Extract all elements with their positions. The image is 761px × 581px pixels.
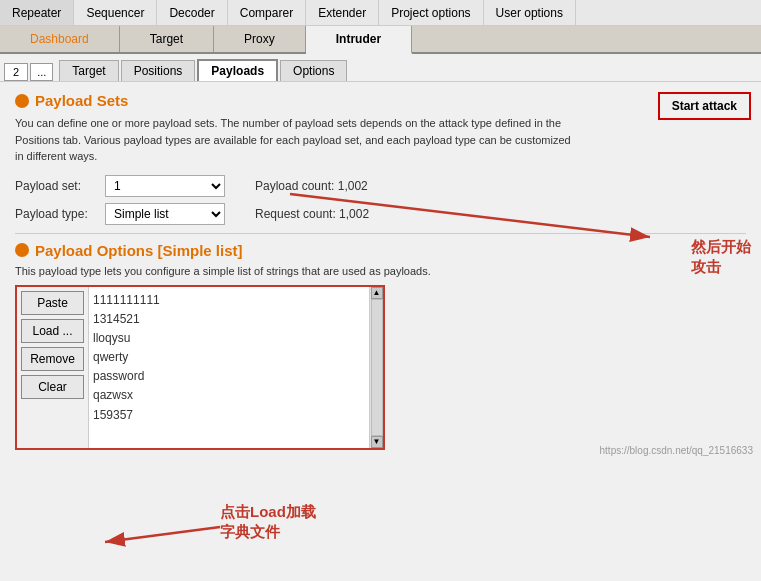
- tab-number[interactable]: 2: [4, 63, 28, 81]
- tab-number-group: 2 ...: [4, 63, 53, 81]
- tab-intruder[interactable]: Intruder: [306, 26, 412, 54]
- paste-button[interactable]: Paste: [21, 291, 84, 315]
- menu-comparer[interactable]: Comparer: [228, 0, 306, 25]
- list-item: qwerty: [93, 348, 365, 367]
- inner-tab-payloads[interactable]: Payloads: [197, 59, 278, 81]
- content-area: Start attack Payload Sets You can define…: [0, 82, 761, 460]
- payload-options-section: Payload Options [Simple list] This paylo…: [15, 242, 746, 450]
- scroll-track: [371, 299, 383, 436]
- payload-type-row: Payload type: Simple list Request count:…: [15, 203, 746, 225]
- payload-sets-bullet: [15, 94, 29, 108]
- tab-proxy[interactable]: Proxy: [214, 26, 306, 52]
- list-item: 1314521: [93, 310, 365, 329]
- list-item: qazwsx: [93, 386, 365, 405]
- scroll-up[interactable]: ▲: [371, 287, 383, 299]
- sub-tab-row: 2 ... Target Positions Payloads Options: [0, 54, 761, 82]
- inner-tabs: Target Positions Payloads Options: [59, 59, 349, 81]
- payload-type-label: Payload type:: [15, 207, 105, 221]
- payload-set-select[interactable]: 1: [105, 175, 225, 197]
- load-annotation: 点击Load加载字典文件: [220, 502, 316, 541]
- payload-sets-header: Payload Sets: [15, 92, 746, 109]
- top-menu-bar: Repeater Sequencer Decoder Comparer Exte…: [0, 0, 761, 26]
- load-button[interactable]: Load ...: [21, 319, 84, 343]
- payload-options-bullet: [15, 243, 29, 257]
- svg-line-0: [105, 527, 220, 542]
- payload-count-info: Payload count: 1,002: [255, 179, 368, 193]
- menu-user-options[interactable]: User options: [484, 0, 576, 25]
- inner-tab-positions[interactable]: Positions: [121, 60, 196, 81]
- inner-tab-options[interactable]: Options: [280, 60, 347, 81]
- list-item: lloqysu: [93, 329, 365, 348]
- payload-type-select[interactable]: Simple list: [105, 203, 225, 225]
- inner-tab-target[interactable]: Target: [59, 60, 118, 81]
- payload-options-description: This payload type lets you configure a s…: [15, 265, 746, 277]
- menu-project-options[interactable]: Project options: [379, 0, 483, 25]
- payload-list-content: 1111111111 1314521 lloqysu qwerty passwo…: [89, 287, 369, 448]
- payload-options-title: Payload Options [Simple list]: [35, 242, 243, 259]
- menu-sequencer[interactable]: Sequencer: [74, 0, 157, 25]
- start-attack-button[interactable]: Start attack: [658, 92, 751, 120]
- tab-target[interactable]: Target: [120, 26, 214, 52]
- payload-set-row: Payload set: 1 Payload count: 1,002: [15, 175, 746, 197]
- section-divider: [15, 233, 746, 234]
- list-item: 1111111111: [93, 291, 365, 310]
- request-count-info: Request count: 1,002: [255, 207, 369, 221]
- remove-button[interactable]: Remove: [21, 347, 84, 371]
- menu-extender[interactable]: Extender: [306, 0, 379, 25]
- scroll-down[interactable]: ▼: [371, 436, 383, 448]
- clear-button[interactable]: Clear: [21, 375, 84, 399]
- menu-decoder[interactable]: Decoder: [157, 0, 227, 25]
- menu-repeater[interactable]: Repeater: [0, 0, 74, 25]
- payload-list-items: 1111111111 1314521 lloqysu qwerty passwo…: [89, 287, 369, 429]
- tab-dashboard[interactable]: Dashboard: [0, 26, 120, 52]
- payload-sets-title: Payload Sets: [35, 92, 128, 109]
- list-item: password: [93, 367, 365, 386]
- payload-list-container: Paste Load ... Remove Clear 1111111111 1…: [15, 285, 385, 450]
- main-tabs: Dashboard Target Proxy Intruder: [0, 26, 761, 54]
- list-action-buttons: Paste Load ... Remove Clear: [17, 287, 89, 448]
- tab-dots[interactable]: ...: [30, 63, 53, 81]
- list-scrollbar[interactable]: ▲ ▼: [369, 287, 383, 448]
- payload-set-label: Payload set:: [15, 179, 105, 193]
- payload-options-header: Payload Options [Simple list]: [15, 242, 746, 259]
- watermark: https://blog.csdn.net/qq_21516633: [600, 445, 753, 456]
- payload-sets-description: You can define one or more payload sets.…: [15, 115, 575, 165]
- list-item: 159357: [93, 406, 365, 425]
